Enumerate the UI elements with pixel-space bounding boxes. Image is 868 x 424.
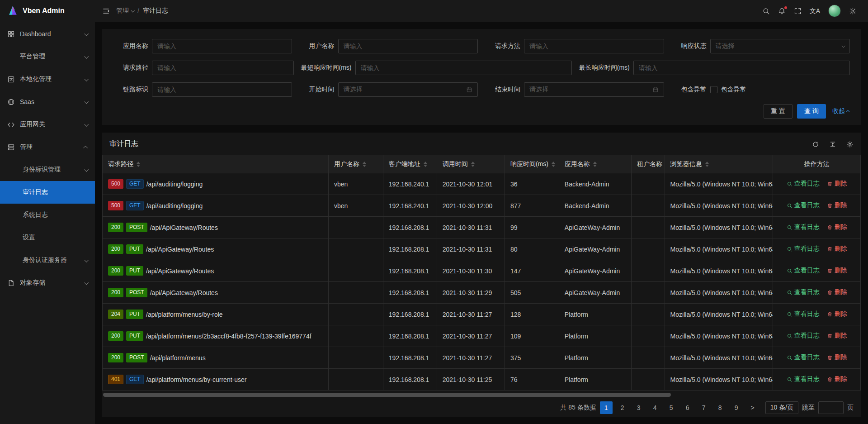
sidebar-item-manage[interactable]: 管理 xyxy=(0,136,95,158)
sort-icon[interactable] xyxy=(471,162,475,167)
view-log-button[interactable]: 查看日志 xyxy=(787,223,820,231)
trash-icon xyxy=(827,246,833,252)
view-log-button[interactable]: 查看日志 xyxy=(787,288,820,296)
view-log-button[interactable]: 查看日志 xyxy=(787,375,820,383)
search-button[interactable] xyxy=(758,0,774,22)
breadcrumb-parent[interactable]: 管理 xyxy=(116,7,134,15)
response-status-select[interactable]: 请选择 xyxy=(710,39,850,53)
sidebar-item-object-storage[interactable]: 对象存储 xyxy=(0,272,95,294)
app-name-input[interactable] xyxy=(152,39,292,53)
col-header-tenant[interactable]: 租户名称 xyxy=(632,155,665,173)
cell-actions: 查看日志删除 xyxy=(773,282,861,304)
view-log-button[interactable]: 查看日志 xyxy=(787,332,820,340)
cell-user: vben xyxy=(328,195,383,217)
view-log-button[interactable]: 查看日志 xyxy=(787,267,820,275)
page-button-4[interactable]: 4 xyxy=(649,401,661,414)
sort-icon[interactable] xyxy=(552,162,555,167)
pagination-next-button[interactable]: > xyxy=(746,401,759,414)
locale-button[interactable]: 文A xyxy=(806,0,824,22)
delete-button[interactable]: 删除 xyxy=(827,201,847,210)
sidebar-item-gateway[interactable]: 应用网关 xyxy=(0,113,95,136)
sidebar-item-identity[interactable]: 身份标识管理 xyxy=(0,158,95,181)
col-header-actions[interactable]: 操作方法 xyxy=(773,155,861,173)
cell-app: Platform xyxy=(559,347,631,369)
jump-page-input[interactable] xyxy=(818,401,844,414)
pagination-pages: 123456789 xyxy=(600,401,743,414)
page-button-6[interactable]: 6 xyxy=(681,401,694,414)
notification-button[interactable] xyxy=(774,0,790,22)
table-settings-icon[interactable] xyxy=(846,141,854,148)
refresh-icon[interactable] xyxy=(812,141,819,148)
request-path-input[interactable] xyxy=(152,61,294,75)
view-log-button[interactable]: 查看日志 xyxy=(787,310,820,318)
trace-id-input[interactable] xyxy=(152,82,292,97)
request-method-input[interactable] xyxy=(524,39,664,53)
col-header-user[interactable]: 用户名称 xyxy=(328,155,383,173)
scrollbar-thumb[interactable] xyxy=(103,393,671,397)
cell-tenant xyxy=(632,325,665,347)
query-button[interactable]: 查 询 xyxy=(797,104,826,119)
sidebar-item-system-log[interactable]: 系统日志 xyxy=(0,204,95,226)
sidebar-item-auth-server[interactable]: 身份认证服务器 xyxy=(0,249,95,272)
view-log-button[interactable]: 查看日志 xyxy=(787,245,820,253)
row-height-icon[interactable] xyxy=(829,141,836,148)
sidebar-item-audit-log[interactable]: 审计日志 xyxy=(0,181,95,204)
page-button-9[interactable]: 9 xyxy=(730,401,743,414)
delete-button[interactable]: 删除 xyxy=(827,223,847,231)
sidebar-item-settings[interactable]: 设置 xyxy=(0,226,95,249)
delete-button[interactable]: 删除 xyxy=(827,310,847,318)
sort-icon[interactable] xyxy=(424,162,427,167)
magnifier-icon xyxy=(787,268,793,274)
min-response-time-input[interactable] xyxy=(355,61,572,75)
reset-button[interactable]: 重 置 xyxy=(764,104,793,119)
sort-asc-caret xyxy=(471,162,475,164)
page-button-3[interactable]: 3 xyxy=(632,401,645,414)
logo[interactable]: Vben Admin xyxy=(0,0,95,22)
cell-actions: 查看日志删除 xyxy=(773,304,861,325)
max-response-time-input[interactable] xyxy=(633,61,850,75)
sort-icon[interactable] xyxy=(705,162,709,167)
col-header-label: 响应时间(ms) xyxy=(510,160,548,167)
min-response-time-field: 最短响应时间(ms) xyxy=(301,61,572,75)
page-button-8[interactable]: 8 xyxy=(714,401,726,414)
start-time-picker[interactable]: 请选择 xyxy=(338,82,478,97)
delete-button[interactable]: 删除 xyxy=(827,180,847,188)
page-button-2[interactable]: 2 xyxy=(616,401,629,414)
sort-icon[interactable] xyxy=(363,162,366,167)
view-log-button[interactable]: 查看日志 xyxy=(787,201,820,210)
user-menu[interactable] xyxy=(824,0,845,22)
col-header-duration[interactable]: 响应时间(ms) xyxy=(505,155,559,173)
view-log-button[interactable]: 查看日志 xyxy=(787,353,820,362)
col-header-browser[interactable]: 浏览器信息 xyxy=(665,155,773,173)
sidebar-item-platform[interactable]: 平台管理 xyxy=(0,45,95,68)
sidebar-fold-icon[interactable] xyxy=(102,7,110,15)
col-header-app[interactable]: 应用名称 xyxy=(559,155,631,173)
include-exception-checkbox[interactable] xyxy=(710,86,717,93)
sort-icon[interactable] xyxy=(593,162,597,167)
filter-field-label: 响应状态 xyxy=(671,42,707,50)
delete-button[interactable]: 删除 xyxy=(827,267,847,275)
sidebar-item-localization[interactable]: 本地化管理 xyxy=(0,68,95,91)
page-button-7[interactable]: 7 xyxy=(698,401,710,414)
view-log-button[interactable]: 查看日志 xyxy=(787,180,820,188)
col-header-path[interactable]: 请求路径 xyxy=(103,155,329,173)
page-button-5[interactable]: 5 xyxy=(665,401,678,414)
user-name-input[interactable] xyxy=(338,39,478,53)
sort-icon[interactable] xyxy=(137,162,140,167)
delete-button[interactable]: 删除 xyxy=(827,332,847,340)
settings-button[interactable] xyxy=(845,0,861,22)
fullscreen-button[interactable] xyxy=(790,0,806,22)
end-time-picker[interactable]: 请选择 xyxy=(524,82,664,97)
cell-tenant xyxy=(632,238,665,260)
delete-button[interactable]: 删除 xyxy=(827,288,847,296)
sidebar-item-saas[interactable]: Saas xyxy=(0,91,95,113)
sidebar-item-dashboard[interactable]: Dashboard xyxy=(0,23,95,45)
delete-button[interactable]: 删除 xyxy=(827,245,847,253)
page-size-select[interactable]: 10 条/页 xyxy=(765,401,798,414)
collapse-toggle[interactable]: 收起 xyxy=(832,107,850,115)
delete-button[interactable]: 删除 xyxy=(827,353,847,362)
page-button-1[interactable]: 1 xyxy=(600,401,613,414)
col-header-time[interactable]: 调用时间 xyxy=(437,155,505,173)
col-header-ip[interactable]: 客户端地址 xyxy=(383,155,437,173)
delete-button[interactable]: 删除 xyxy=(827,375,847,383)
